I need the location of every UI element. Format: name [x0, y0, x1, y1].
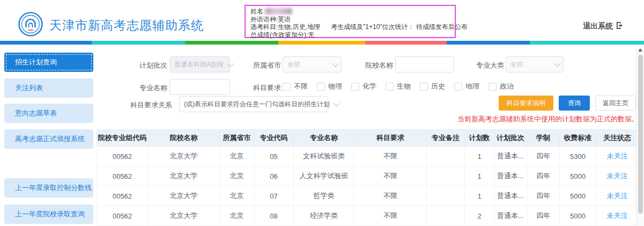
sidebar-item-draft-form[interactable]: 意向志愿草表 — [4, 104, 93, 123]
cell-subject_req: 不限 — [354, 186, 427, 206]
subject-checkbox-label: 生物 — [397, 82, 411, 91]
college-name-input[interactable] — [395, 56, 454, 72]
subject-relation-select[interactable]: (或)表示科目要求符合任意一门勾选科目的招生计划 — [179, 96, 328, 112]
checkbox-icon[interactable] — [386, 83, 394, 91]
checkbox-icon[interactable] — [317, 83, 325, 91]
subject-checkbox-0[interactable]: 不限 — [283, 82, 308, 91]
sidebar-item-last-year-control-line[interactable]: 上一年度录取控制分数线 — [4, 178, 93, 198]
checkbox-icon[interactable] — [351, 83, 359, 91]
cell-major_code: 06 — [254, 166, 294, 186]
column-header-10: 收费标准 — [560, 130, 596, 147]
logout-button[interactable]: 退出系统 — [583, 21, 624, 31]
chevron-down-icon — [333, 100, 340, 107]
official-data-notice: 当前新高考志愿辅助系统中使用的计划数据为正式的数据。 — [457, 114, 639, 124]
cell-college: 北京大学 — [148, 186, 220, 206]
column-header-9: 学制 — [527, 130, 560, 147]
cell-major: 经济学类 — [294, 206, 354, 226]
cell-college: 北京大学 — [148, 166, 220, 186]
action-button-row: 科目要求说明 查询 返回主页 — [499, 96, 636, 111]
subject-checkbox-group: 不限物理化学生物历史地理政治 — [283, 82, 514, 91]
color-bar-segment-teal2 — [530, 41, 644, 45]
sidebar-item-formal-system[interactable]: 高考志愿正式填报系统 — [4, 129, 93, 149]
follow-toggle-link[interactable]: 未关注 — [607, 212, 628, 220]
subject-relation-value: (或)表示科目要求符合任意一门勾选科目的招生计划 — [184, 100, 330, 109]
major-category-value: 全部 — [510, 60, 523, 69]
cell-major_code: 05 — [254, 147, 294, 166]
column-header-0: 院校专业组代码 — [97, 130, 148, 147]
cell-years: 四年 — [527, 186, 560, 206]
scrollbar-thumb[interactable] — [638, 55, 643, 214]
table-row: 00562北京大学北京05文科试验班类不限1普通本...四年5300未关注 — [97, 147, 639, 166]
column-header-5: 科目要求 — [354, 130, 427, 147]
major-category-select[interactable]: 全部 — [506, 56, 564, 72]
cell-college: 北京大学 — [148, 147, 220, 166]
cell-plan_count: 2 — [465, 206, 494, 226]
cell-province: 北京 — [220, 206, 254, 226]
cell-major: 人文科学试验班 — [294, 166, 354, 186]
column-header-4: 专业名称 — [294, 130, 354, 147]
logout-door-icon — [616, 21, 624, 31]
student-name-redacted — [265, 8, 292, 14]
subject-help-button[interactable]: 科目要求说明 — [499, 96, 553, 111]
checkbox-icon[interactable] — [454, 83, 462, 91]
header-color-bar — [0, 41, 644, 45]
major-name-input[interactable] — [169, 79, 230, 95]
plan-batch-select[interactable]: 普通本科批A阶段 — [169, 56, 230, 72]
cell-subject_req: 不限 — [354, 166, 427, 186]
subject-checkbox-label: 物理 — [328, 82, 342, 91]
subject-checkbox-4[interactable]: 历史 — [420, 82, 445, 91]
table-row: 00562北京大学北京08经济学类不限2普通本...四年5000未关注 — [97, 206, 639, 226]
sidebar-item-follow-list[interactable]: 关注列表 — [4, 78, 93, 98]
follow-toggle-link[interactable]: 未关注 — [607, 152, 628, 160]
score-notice-text: 考生成绩及"1+10"位次统计： 待成绩发布后公布 — [331, 23, 468, 31]
major-category-label: 专业大类 — [476, 61, 504, 70]
cell-fee: 5300 — [560, 147, 596, 166]
chevron-down-icon — [227, 60, 234, 67]
subject-checkbox-1[interactable]: 物理 — [317, 82, 342, 91]
subject-checkbox-label: 历史 — [431, 82, 445, 91]
cell-province: 北京 — [220, 147, 254, 166]
cell-plan_count: 1 — [465, 166, 494, 186]
subject-checkbox-label: 政治 — [500, 82, 514, 91]
chevron-down-icon — [332, 60, 339, 67]
logout-label: 退出系统 — [583, 21, 613, 31]
subject-checkbox-5[interactable]: 地理 — [454, 82, 479, 91]
back-home-button[interactable]: 返回主页 — [595, 96, 636, 111]
column-header-1: 院校名称 — [148, 130, 220, 147]
selected-subjects-text: 选考科目:生物,历史,地理 — [250, 23, 320, 31]
query-button[interactable]: 查询 — [559, 96, 590, 111]
follow-toggle-link[interactable]: 未关注 — [607, 172, 628, 180]
cell-fee: 5000 — [560, 206, 596, 226]
table-row: 00562北京大学北京06人文科学试验班不限1普通本...四年5000未关注 — [97, 166, 639, 186]
subject-checkbox-label: 地理 — [465, 82, 479, 91]
subject-checkbox-3[interactable]: 生物 — [386, 82, 411, 91]
follow-toggle-link[interactable]: 未关注 — [607, 192, 628, 200]
checkbox-icon[interactable] — [488, 83, 497, 91]
app-window: TABA 天津市新高考志愿辅助系统 姓名: 外语语种:英语 选考科目:生物,历史… — [0, 0, 644, 226]
cell-group_code: 00562 — [97, 166, 148, 186]
cell-years: 四年 — [527, 166, 560, 186]
checkbox-icon[interactable] — [420, 83, 428, 91]
sidebar-item-last-year-admission[interactable]: 上一年度院校录取查询 — [4, 205, 93, 224]
cell-fee: 5000 — [560, 186, 596, 206]
sidebar-item-plan-query[interactable]: 招生计划查询 — [4, 53, 93, 72]
foreign-language-text: 外语语种:英语 — [250, 16, 450, 24]
color-bar-segment-red — [365, 41, 447, 45]
scroll-up-arrow-icon[interactable] — [638, 48, 642, 52]
province-select[interactable]: 全部 — [283, 56, 342, 72]
major-name-label: 专业名称 — [139, 83, 167, 93]
subject-checkbox-2[interactable]: 化学 — [351, 82, 376, 91]
province-value: 全部 — [287, 60, 300, 69]
cell-subject_req: 不限 — [354, 147, 427, 166]
subject-checkbox-6[interactable]: 政治 — [488, 82, 514, 91]
cell-group_code: 00562 — [97, 147, 148, 166]
cell-batch: 普通本... — [494, 147, 527, 166]
column-header-7: 计划数 — [465, 130, 494, 147]
cell-remark — [427, 166, 465, 186]
subject-checkbox-label: 化学 — [362, 82, 376, 91]
app-logo-icon: TABA — [18, 11, 43, 37]
cell-major: 文科试验班类 — [294, 147, 354, 166]
checkbox-icon[interactable] — [283, 83, 291, 91]
column-header-6: 专业备注 — [427, 130, 465, 147]
cell-follow-status: 未关注 — [596, 166, 639, 186]
